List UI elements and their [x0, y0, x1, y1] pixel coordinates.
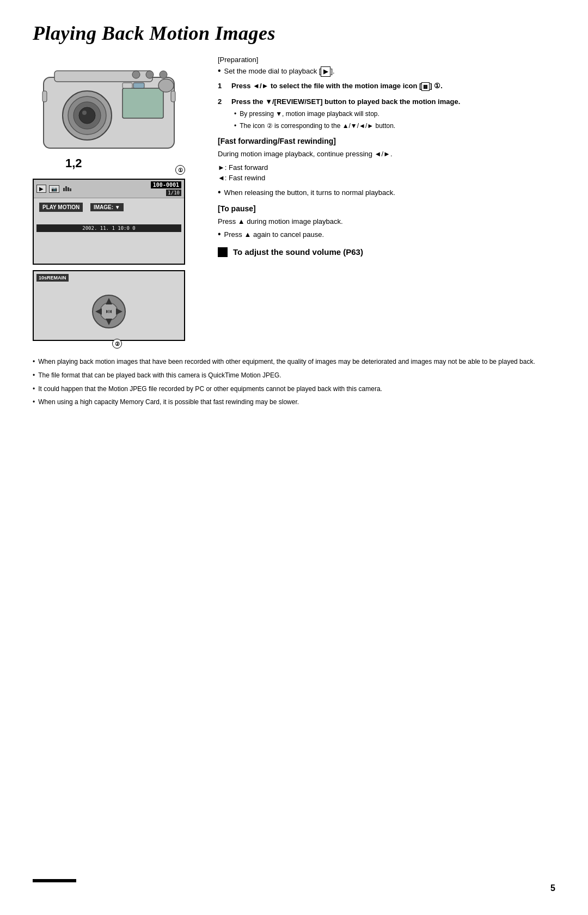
svg-rect-13 — [171, 91, 175, 102]
svg-rect-15 — [133, 83, 144, 88]
left-column: 1,2 ① ▶ 📷 100-00 — [33, 56, 201, 341]
lcd-date: 2002. 11. 1 10:0 0 — [36, 224, 181, 232]
lcd-play-motion: PLAY MOTION — [39, 203, 83, 212]
svg-point-5 — [79, 107, 95, 124]
lcd-fraction: 1/10 — [166, 190, 181, 196]
bottom-note-2: • The file format that can be played bac… — [33, 371, 555, 380]
ff-rw-note: • When releasing the button, it turns to… — [218, 188, 555, 198]
camera-illustration — [33, 56, 185, 156]
lcd-counter: 100-0001 — [151, 181, 181, 188]
bottom-note-4: • When using a high capacity Memory Card… — [33, 398, 555, 407]
step-list: 1 Press ◄/► to select the file with the … — [218, 81, 555, 130]
page-title: Playing Back Motion Images — [33, 22, 555, 45]
svg-rect-14 — [122, 83, 132, 88]
bottom-note-3: • It could happen that the Motion JPEG f… — [33, 385, 555, 394]
circle-label-2: ② — [112, 339, 122, 349]
fast-forwarding-intro: During motion image playback, continue p… — [218, 149, 555, 160]
bottom-note-1: • When playing back motion images that h… — [33, 357, 555, 367]
bottom-notes: • When playing back motion images that h… — [33, 357, 555, 407]
fast-forward-item: ►: Fast forward — [218, 162, 555, 173]
svg-rect-12 — [42, 91, 47, 102]
step-num-2: 2 — [218, 97, 226, 131]
svg-point-9 — [146, 71, 154, 78]
lcd-image-v: IMAGE: ▼ — [90, 203, 124, 211]
ff-rw-items: ►: Fast forward ◄: Fast rewind — [218, 162, 555, 184]
step-text-2: Press the ▼/[REVIEW/SET] button to playe… — [231, 97, 460, 106]
svg-rect-7 — [122, 88, 163, 118]
lcd-remain: 10sREMAIN — [36, 274, 69, 282]
svg-point-8 — [132, 71, 140, 78]
bottom-bar — [33, 879, 76, 882]
to-pause-line1: Press ▲ during motion image playback. — [218, 216, 555, 227]
svg-point-24 — [107, 310, 111, 313]
step-1: 1 Press ◄/► to select the file with the … — [218, 81, 555, 91]
step-2-sub1: • By pressing ▼, motion image playback w… — [234, 109, 460, 119]
lcd-body: PLAY MOTION IMAGE: ▼ 2002. 11. 1 10:0 0 — [34, 198, 184, 264]
svg-point-11 — [158, 79, 174, 92]
fast-forwarding-heading: [Fast forwarding/Fast rewinding] — [218, 137, 555, 145]
fast-rewind-item: ◄: Fast rewind — [218, 173, 555, 184]
sound-volume-text: To adjust the sound volume (P63) — [233, 247, 363, 257]
preparation-bullet: • Set the mode dial to playback [▶]. — [218, 66, 555, 77]
step-2: 2 Press the ▼/[REVIEW/SET] button to pla… — [218, 97, 555, 131]
step-num-1: 1 — [218, 81, 226, 91]
right-column: [Preparation] • Set the mode dial to pla… — [218, 56, 555, 341]
page-number: 5 — [550, 883, 555, 893]
circle-label-1: ① — [175, 165, 185, 175]
lcd-screen-secondary: 10sREMAIN — [33, 270, 201, 341]
bullet-dot: • — [218, 66, 221, 75]
step-2-sub2: • The icon ② is corresponding to the ▲/▼… — [234, 121, 460, 131]
sound-volume-box: To adjust the sound volume (P63) — [218, 247, 555, 257]
step-text-1: Press ◄/► to select the file with the mo… — [231, 81, 443, 91]
sound-volume-icon — [218, 247, 228, 257]
to-pause-heading: [To pause] — [218, 204, 555, 213]
svg-point-6 — [82, 111, 87, 115]
preparation-label: [Preparation] — [218, 56, 555, 64]
main-content: 1,2 ① ▶ 📷 100-00 — [33, 56, 555, 341]
svg-point-10 — [160, 71, 167, 78]
lcd-screen-main: ▶ 📷 100-0001 1/10 P — [33, 179, 185, 265]
to-pause-line2: • Press ▲ again to cancel pause. — [218, 230, 555, 240]
